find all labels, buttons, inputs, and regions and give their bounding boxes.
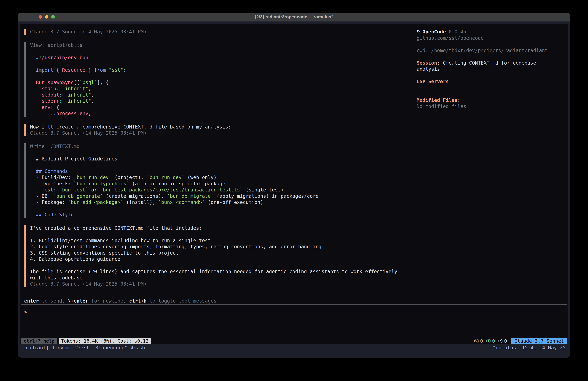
traffic-lights — [39, 15, 55, 19]
terminal-line — [30, 231, 397, 238]
prompt-input[interactable]: > — [24, 309, 566, 328]
terminal-line — [30, 162, 397, 168]
chat-stream: Claude 3.7 Sonnet (14 May 2025 03:41 PM)… — [24, 29, 397, 294]
terminal-line: # Radiant Project Guidelines — [30, 156, 397, 162]
terminal-line — [30, 262, 397, 269]
terminal-line: © OpenCode 0.0.45 — [417, 29, 548, 35]
tmux-window-list[interactable]: [radiant] 1:nvim 2:zsh- 3:opencode* 4:zs… — [22, 345, 145, 351]
terminal-line: #!/usr/bin/env bun — [30, 55, 397, 61]
session-sidebar: © OpenCode 0.0.45github.com/sst/opencode… — [417, 29, 548, 110]
terminal-line — [417, 54, 548, 60]
terminal-line: env: { — [30, 104, 397, 111]
terminal-line: > — [24, 309, 566, 315]
warning-icon: w — [474, 339, 479, 343]
terminal-line — [30, 150, 397, 156]
minimize-button[interactable] — [45, 15, 48, 19]
terminal-line: Bun.spawnSync([`psql`], { — [30, 79, 397, 86]
tool-message-block: View: script/db.ts #!/usr/bin/env bun im… — [24, 42, 397, 117]
info-icon: i — [486, 339, 491, 343]
terminal-line: ...process.env, — [30, 111, 397, 117]
terminal-line: 3. CSS styling conventions specific to t… — [30, 250, 397, 256]
editor-divider — [21, 304, 567, 305]
terminal-line: The file is concise (20 lines) and captu… — [30, 269, 397, 275]
info-count: i0 — [486, 338, 495, 344]
terminal-line — [30, 48, 397, 55]
terminal-line — [417, 91, 548, 97]
terminal-line: Claude 3.7 Sonnet (14 May 2025 03:41 PM) — [30, 281, 397, 287]
model-badge[interactable]: Claude 3.7 Sonnet — [511, 338, 567, 344]
terminal-line: stdin: "inherit", — [30, 86, 397, 92]
screen: [2/3] radiant:3:opencode - "romulus" Cla… — [0, 0, 588, 381]
tmux-status-bar: [radiant] 1:nvim 2:zsh- 3:opencode* 4:zs… — [22, 344, 566, 351]
terminal-line — [417, 41, 548, 47]
terminal-line: Claude 3.7 Sonnet (14 May 2025 03:41 PM) — [30, 130, 397, 136]
tool-message-block: Write: CONTEXT.md # Radiant Project Guid… — [24, 143, 397, 218]
terminal-line: - Test: `bun test` or `bun test packages… — [30, 187, 397, 193]
terminal-line: - TypeCheck: `bun run typecheck` (all) o… — [30, 181, 397, 187]
terminal-line: with this codebase. — [30, 275, 397, 281]
terminal-line: Write: CONTEXT.md — [30, 143, 397, 150]
tokens-cost-chip: Tokens: 16.4K (8%), Cost: $0.12 — [59, 338, 151, 344]
keybinding-hint: enter to send, \+enter for newline, ctrl… — [24, 298, 216, 304]
terminal-line — [417, 72, 548, 79]
window-titlebar[interactable]: [2/3] radiant:3:opencode - "romulus" — [18, 13, 570, 22]
terminal-line: import { Resource } from "sst"; — [30, 67, 397, 73]
terminal-line: Now I'll create a comprehensive CONTEXT.… — [30, 124, 397, 130]
opencode-panel: Claude 3.7 Sonnet (14 May 2025 03:41 PM)… — [20, 23, 568, 344]
terminal-line: ## Code Style — [30, 212, 397, 218]
terminal-line: - DB: `bun db generate` (create migratio… — [30, 193, 397, 199]
terminal-line: Session: Creating CONTEXT.md for codebas… — [417, 60, 548, 66]
terminal-line: enter to send, \+enter for newline, ctrl… — [24, 298, 216, 304]
tmux-host-clock: "romulus" 15:41 14-May-25 — [493, 345, 566, 351]
terminal-line — [30, 73, 397, 79]
terminal-line: stdout: "inherit", — [30, 92, 397, 98]
terminal-line: LSP Servers — [417, 78, 548, 85]
zoom-button[interactable] — [51, 15, 55, 19]
assistant-message-block: Claude 3.7 Sonnet (14 May 2025 03:41 PM) — [24, 29, 397, 35]
window-title: [2/3] radiant:3:opencode - "romulus" — [255, 15, 334, 20]
assistant-message-block: I've created a comprehensive CONTEXT.md … — [24, 225, 397, 287]
terminal-window: [2/3] radiant:3:opencode - "romulus" Cla… — [18, 13, 570, 358]
terminal-line: ## Commands — [30, 168, 397, 175]
hint-count: h0 — [498, 338, 507, 344]
terminal-line: View: script/db.ts — [30, 42, 397, 48]
close-button[interactable] — [39, 15, 42, 19]
terminal-line: 2. Code style guidelines covering import… — [30, 244, 397, 250]
diagnostics: w0i0h0 — [471, 338, 507, 344]
help-shortcut-chip[interactable]: ctrl+? help — [21, 338, 57, 344]
terminal-line: cwd: /home/thdxr/dev/projects/radiant/ra… — [417, 47, 548, 54]
terminal-line: Claude 3.7 Sonnet (14 May 2025 03:41 PM) — [30, 29, 397, 35]
terminal-line — [30, 61, 397, 67]
terminal-line: analysis — [417, 66, 548, 72]
terminal-line: I've created a comprehensive CONTEXT.md … — [30, 225, 397, 231]
status-right: w0i0h0 Claude 3.7 Sonnet — [471, 338, 567, 344]
terminal-line: stderr: "inherit", — [30, 98, 397, 104]
warning-count: w0 — [474, 338, 483, 344]
terminal-line: - Package: `bun add <package>` (install)… — [30, 199, 397, 205]
terminal-line: 1. Build/lint/test commands including ho… — [30, 238, 397, 244]
terminal-line: Modified Files: — [417, 97, 548, 104]
assistant-message-block: Now I'll create a comprehensive CONTEXT.… — [24, 124, 397, 136]
terminal-line: 4. Database operations guidance — [30, 256, 397, 262]
status-bar: ctrl+? help Tokens: 16.4K (8%), Cost: $0… — [21, 338, 567, 344]
hint-icon: h — [498, 339, 503, 343]
terminal-line — [417, 85, 548, 91]
terminal-line: No modified files — [417, 103, 548, 110]
terminal-line: - Build/Dev: `bun run dev` (project), `b… — [30, 174, 397, 181]
terminal-line: github.com/sst/opencode — [417, 35, 548, 41]
terminal-line — [30, 205, 397, 212]
